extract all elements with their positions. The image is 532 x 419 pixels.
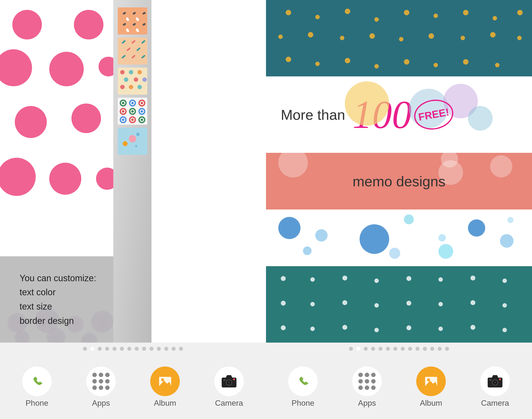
teal-bottom-dot [281,301,286,306]
apps-icon-circle-left [86,367,116,396]
apps-dot [358,385,363,390]
apps-dot [365,379,369,384]
camera-icon [220,373,238,389]
page-dot [164,347,168,351]
pattern-thumb-3[interactable] [118,68,147,95]
teal-dot [345,58,350,63]
apps-dot [99,373,103,377]
pattern-thumb-1[interactable] [118,7,147,35]
teal-dot [286,57,291,62]
album-icon [157,373,173,389]
polka-dot [49,163,81,195]
page-dots-left [0,343,266,355]
polka-dot [74,10,103,39]
pattern-thumb-5[interactable] [118,128,147,155]
blue-dot [438,234,446,242]
page-dot [423,347,427,351]
apps-dot [99,379,103,384]
apps-dot [371,373,376,377]
right-main-area: More than 100 FREE! memo designs [266,0,532,343]
free-circle: FREE! [412,97,456,133]
memo-designs-text: memo designs [352,173,445,190]
page-dot [157,347,161,351]
teal-dot [315,62,320,66]
teal-bottom-dot [406,325,411,330]
polka-dot [71,104,101,133]
blue-dot [468,219,485,237]
left-nav-icons: Phone Apps [0,355,266,419]
left-screen: You can customize: text color text size … [0,0,266,419]
polka-dot [12,10,42,39]
blue-dot [303,246,312,255]
teal-bottom-dot [438,327,443,331]
page-dot [416,347,419,351]
svg-point-11 [427,378,430,381]
salmon-dot [490,155,512,177]
teal-dot [399,37,403,41]
teal-dot [369,33,375,39]
pattern-thumb-2[interactable] [118,37,147,65]
phone-icon [295,373,311,389]
teal-dot [286,10,291,15]
page-dot [430,347,434,351]
nav-item-album-right[interactable]: Album [404,367,458,408]
salmon-banner: memo designs [266,153,532,210]
customize-item-2: text size [20,301,52,312]
salmon-dot [278,153,308,177]
teal-dot [433,14,438,18]
blue-dot [360,224,389,254]
nav-item-phone-left[interactable]: Phone [10,367,64,408]
left-main-area: You can customize: text color text size … [0,0,266,343]
page-dot-active [90,347,94,351]
page-dots-right [266,343,532,355]
customize-item-1: text color [20,287,56,297]
blue-dot [507,217,514,223]
teal-dot [340,36,344,40]
blue-dot [315,229,328,242]
nav-item-phone-right[interactable]: Phone [276,367,330,408]
nav-item-apps-left[interactable]: Apps [74,367,128,408]
nav-item-album-left[interactable]: Album [138,367,192,408]
page-dot [408,347,412,351]
page-dot [105,347,109,351]
apps-dot [105,385,110,390]
page-dot [393,347,397,351]
more-than-text: More than [281,106,345,123]
nav-item-camera-left[interactable]: Camera [202,367,256,408]
deco-circle-yellow [345,81,389,126]
blue-dot [278,217,300,239]
blue-dot [500,234,514,248]
teal-bottom-dot [310,277,315,282]
album-icon-circle-right [416,367,446,396]
blue-dots-section [266,210,532,266]
apps-dot [358,379,363,384]
phone-icon-circle-right [288,367,318,396]
nav-item-apps-right[interactable]: Apps [340,367,394,408]
album-label-left: Album [154,399,176,408]
svg-rect-17 [489,379,491,381]
page-dot [127,347,131,351]
apps-icon-right [355,369,379,394]
camera-icon-circle-left [214,367,244,396]
apps-label-right: Apps [358,399,376,408]
teal-bottom-dot [342,300,347,305]
teal-bottom-dot [470,325,475,330]
apps-dot [105,379,110,384]
teal-dot [308,32,313,37]
teal-bottom-dot [281,276,286,281]
page-dot [438,347,442,351]
teal-dot [315,15,320,19]
nav-item-camera-right[interactable]: Camera [468,367,522,408]
phone-icon [29,373,45,389]
teal-bottom-dot [310,302,315,306]
page-dot [142,347,146,351]
customize-item-3: border design [20,316,74,326]
page-dot [172,347,176,351]
apps-label-left: Apps [92,399,110,408]
teal-dot [429,33,434,39]
camera-label-left: Camera [215,399,243,408]
deco-circle-teal-sm [468,106,493,131]
teal-dot [461,36,465,40]
teal-top-banner [266,0,532,76]
pattern-thumb-4[interactable] [118,98,147,125]
